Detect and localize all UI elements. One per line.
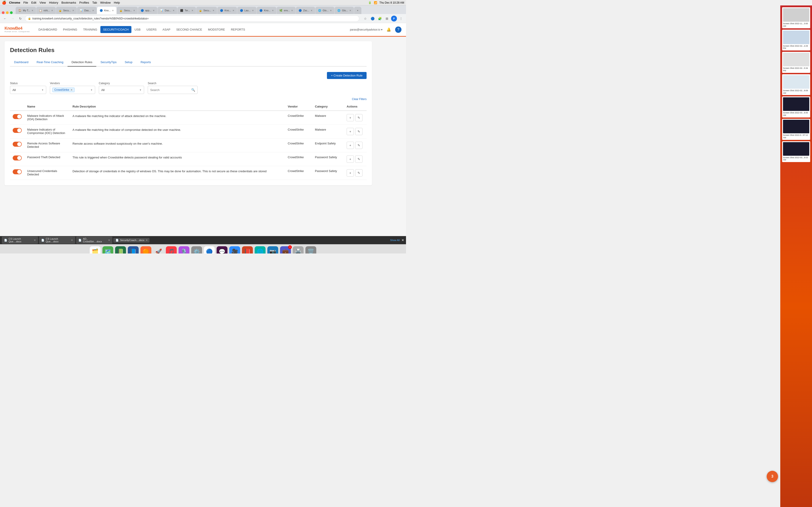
dock-word[interactable]: 📘 [128,246,139,253]
bookmark-btn[interactable]: ☆ [362,15,368,22]
tab-secu1[interactable]: 🔒Secu...✕ [56,7,77,14]
dock-music[interactable]: 🎵 [166,246,177,253]
nav-dashboard[interactable]: DASHBOARD [36,26,60,33]
address-bar[interactable]: 🔒 training.knowbe4.com/ui/security_coach… [25,15,359,22]
close-window-btn[interactable] [2,11,5,14]
dock-chrome[interactable]: 🔵 [204,246,215,253]
dock-zoom[interactable]: 🎥 [229,246,240,253]
rule-toggle-r1[interactable] [13,114,22,119]
tab-secu3[interactable]: 🔒Secu...✕ [196,7,217,14]
menu-history[interactable]: History [49,1,58,4]
dock-maps[interactable]: 🗺️ [102,246,113,253]
dock-podcasts[interactable]: 🎙️ [179,246,189,253]
add-btn-r3[interactable]: + [347,142,354,149]
tab-my[interactable]: 🏠My T...✕ [16,7,36,14]
dock-trash[interactable]: 🗑️ [305,246,316,253]
dock-launchpad[interactable]: 🚀 [153,246,164,253]
menu-view[interactable]: View [39,1,46,4]
dock-printer[interactable]: 🖨️ [293,246,304,253]
subtab-dashboard[interactable]: Dashboard [10,58,33,66]
nav-users[interactable]: USERS [144,26,159,33]
taskbar-item-2[interactable]: 📄 CS Launch Que....docx ✕ [39,236,75,244]
menu-profiles[interactable]: Profiles [79,1,89,4]
nav-modstore[interactable]: MODSTORE [205,26,228,33]
show-all-btn[interactable]: Show All [390,239,400,241]
taskbar-close-2[interactable]: ✕ [71,239,73,242]
taskbar-close-1[interactable]: ✕ [34,239,36,242]
tab-glo1[interactable]: 🌐Glo...✕ [315,7,335,14]
subtab-reports[interactable]: Reports [136,58,155,66]
dock-kb4[interactable]: 🟠 [141,246,151,253]
tab-das1[interactable]: 📊Das...✕ [77,7,97,14]
add-btn-r2[interactable]: + [347,128,354,135]
chrome-extension-btn[interactable]: 🔵 [369,15,376,22]
dock-webex[interactable]: 🌐 [255,246,265,253]
tab-glo2[interactable]: 🌐Glo...✕ [335,7,354,14]
rule-toggle-r3[interactable] [13,142,22,147]
tab-kno-active[interactable]: 🔵Kno...✕ [97,7,117,14]
edit-btn-r1[interactable]: ✎ [355,114,362,121]
nav-securitycoach[interactable]: SECURITYCOACH [100,26,132,33]
taskbar-item-1[interactable]: 📄 CS Launch Que....docx ✕ [2,236,38,244]
grid-btn[interactable]: ⊞ [384,15,390,22]
search-box[interactable]: 🔍 [148,86,198,94]
taskbar-close-3[interactable]: ✕ [108,239,110,242]
new-tab-btn[interactable]: + [354,7,361,14]
tab-rohi[interactable]: 📋rohi...✕ [36,7,56,14]
menu-edit[interactable]: Edit [31,1,36,4]
subtab-setup[interactable]: Setup [120,58,136,66]
add-btn-r5[interactable]: + [347,169,354,176]
tab-app[interactable]: 🔵app...✕ [138,7,157,14]
status-select[interactable]: All ▼ [10,86,46,94]
tab-kno2[interactable]: 🔵Kno...✕ [217,7,237,14]
edit-btn-r3[interactable]: ✎ [355,142,362,149]
subtab-securitytips[interactable]: SecurityTips [96,58,120,66]
maximize-window-btn[interactable] [10,11,13,14]
tab-env[interactable]: 🌿env...✕ [276,7,296,14]
apple-icon[interactable]: 🍎 [2,0,6,5]
dock-finder[interactable]: 🗂️ [90,246,101,253]
tab-das2[interactable]: 📊Das...✕ [157,7,177,14]
dock-teams[interactable]: 💼 8 [280,246,291,253]
tab-zsc[interactable]: 🔵Zsc...✕ [296,7,315,14]
menu-file[interactable]: File [23,1,28,4]
create-detection-rule-btn[interactable]: + Create Detection Rule [327,72,367,79]
edit-btn-r5[interactable]: ✎ [355,169,362,176]
rule-toggle-r5[interactable] [13,169,22,174]
edit-btn-r2[interactable]: ✎ [355,128,362,135]
dock-excel[interactable]: 📗 [115,246,126,253]
taskbar-dismiss-btn[interactable]: ✕ [401,238,404,242]
back-btn[interactable]: ← [2,15,8,22]
rule-toggle-r2[interactable] [13,128,22,133]
menu-help[interactable]: Help [114,1,120,4]
minimize-window-btn[interactable] [6,11,9,14]
rule-toggle-r4[interactable] [13,156,22,161]
edit-btn-r4[interactable]: ✎ [355,156,362,163]
subtab-detection[interactable]: Detection Rules [67,58,97,66]
dock-slack[interactable]: 💬 [217,246,227,253]
tab-ter[interactable]: ⬛Ter...✕ [177,7,196,14]
clear-filters-btn[interactable]: Clear Filters [10,98,367,101]
add-btn-r1[interactable]: + [347,114,354,121]
dock-settings[interactable]: ⚙️ [191,246,202,253]
user-email[interactable]: paras@securityadvisor.io ▾ [350,28,383,31]
category-select[interactable]: All ▼ [99,86,144,94]
profile-avatar[interactable]: P [391,16,397,21]
search-input[interactable] [150,88,190,92]
subtab-realtime[interactable]: Real-Time Coaching [33,58,67,66]
tab-lau[interactable]: 🔵Lau...✕ [237,7,257,14]
tab-kno3[interactable]: 🔵Kno...✕ [257,7,276,14]
menu-window[interactable]: Window [100,1,111,4]
taskbar-item-4[interactable]: 📄 SecurityCoach....docx ✕ [113,238,150,243]
nav-usb[interactable]: USB [132,26,143,33]
nav-asap[interactable]: ASAP [160,26,173,33]
tab-secu2[interactable]: 🔒Secu...✕ [117,7,138,14]
menu-tab[interactable]: Tab [92,1,97,4]
menu-bookmarks[interactable]: Bookmarks [61,1,76,4]
nav-reports[interactable]: REPORTS [228,26,248,33]
menu-btn[interactable]: ⋮ [398,15,404,22]
notifications-btn[interactable]: 🔔 [386,26,392,33]
add-btn-r4[interactable]: + [347,156,354,163]
taskbar-item-3[interactable]: 📄 AD_ CrowdStri....docx ✕ [76,236,112,244]
nav-training[interactable]: TRAINING [81,26,100,33]
